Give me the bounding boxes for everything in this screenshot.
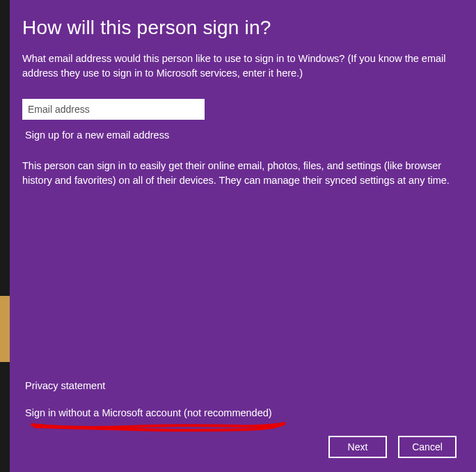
email-field[interactable] <box>22 99 205 120</box>
background-accent <box>0 296 10 362</box>
privacy-statement-link[interactable]: Privacy statement <box>25 380 105 391</box>
sign-in-without-account-link[interactable]: Sign in without a Microsoft account (not… <box>25 407 272 418</box>
spacer <box>22 202 457 379</box>
cancel-button[interactable]: Cancel <box>398 436 457 458</box>
dialog-title: How will this person sign in? <box>22 17 457 39</box>
next-button[interactable]: Next <box>328 436 387 458</box>
info-paragraph: This person can sign in to easily get th… <box>22 159 457 188</box>
annotation-underline <box>31 420 288 433</box>
add-user-dialog: How will this person sign in? What email… <box>10 0 476 472</box>
signup-new-email-link[interactable]: Sign up for a new email address <box>22 129 457 141</box>
dialog-subtitle: What email address would this person lik… <box>22 52 457 81</box>
button-row: Next Cancel <box>22 436 457 458</box>
background-strip <box>0 0 10 472</box>
bottom-links: Privacy statement Sign in without a Micr… <box>22 379 457 419</box>
